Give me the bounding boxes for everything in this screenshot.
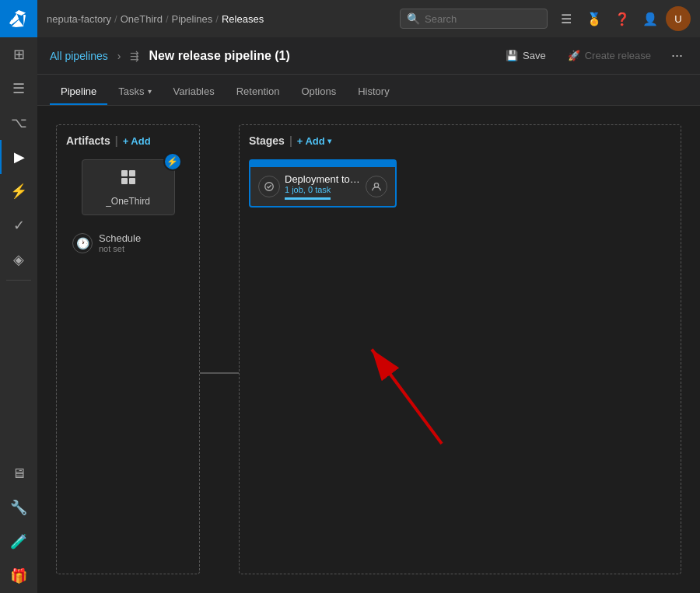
stages-add-icon: + xyxy=(297,135,303,147)
artifacts-add-icon: + xyxy=(123,135,129,147)
artifacts-add-label: Add xyxy=(131,135,150,147)
tab-variables[interactable]: Variables xyxy=(163,79,226,105)
breadcrumb: neputa-factory / OneThird / Pipelines / … xyxy=(47,13,264,25)
tab-history-label: History xyxy=(358,85,389,97)
breadcrumb-sep-1: / xyxy=(114,13,117,25)
tab-tasks[interactable]: Tasks ▾ xyxy=(107,79,162,105)
sidebar-item-deployments[interactable]: ⚡ xyxy=(0,174,37,208)
page-header: All pipelines › ⇶ New release pipeline (… xyxy=(37,37,700,75)
stage-post-condition-icon[interactable] xyxy=(366,176,387,197)
stages-header: Stages | + Add ▾ xyxy=(249,134,671,147)
connector-line xyxy=(200,372,239,374)
svg-rect-0 xyxy=(121,170,128,176)
save-label: Save xyxy=(523,50,546,61)
artifact-name: _OneThird xyxy=(106,196,150,207)
breadcrumb-arrow: › xyxy=(117,50,121,62)
stages-title: Stages xyxy=(249,134,285,147)
stage-card-body: Deployment to Go... 1 job, 0 task xyxy=(250,167,395,206)
svg-point-5 xyxy=(374,183,378,187)
stage-pre-condition-icon[interactable] xyxy=(258,176,280,197)
badge-icon[interactable]: 🏅 xyxy=(582,6,607,31)
sidebar-item-testplans[interactable]: ✓ xyxy=(0,208,37,242)
tab-history[interactable]: History xyxy=(347,79,400,105)
topbar: neputa-factory / OneThird / Pipelines / … xyxy=(37,0,700,37)
search-input[interactable] xyxy=(425,13,534,25)
stages-add-label: Add xyxy=(305,135,324,147)
pipeline-canvas: Artifacts | + Add ⚡ xyxy=(37,106,700,593)
tab-tasks-chevron: ▾ xyxy=(148,87,152,96)
pipeline-type-icon: ⇶ xyxy=(130,50,139,62)
tab-variables-label: Variables xyxy=(173,85,215,97)
tab-options[interactable]: Options xyxy=(290,79,347,105)
page-title: New release pipeline (1) xyxy=(149,49,289,63)
help-icon[interactable]: ❓ xyxy=(610,6,635,31)
artifacts-title: Artifacts xyxy=(66,134,110,147)
stages-add-chevron: ▾ xyxy=(327,137,331,145)
sidebar-logo[interactable] xyxy=(0,0,37,37)
schedule-label: Schedule xyxy=(99,232,141,244)
stage-card[interactable]: Deployment to Go... 1 job, 0 task xyxy=(249,159,397,208)
artifacts-section: Artifacts | + Add ⚡ xyxy=(56,124,200,574)
tab-retention-label: Retention xyxy=(236,85,280,97)
tab-pipeline[interactable]: Pipeline xyxy=(50,79,107,105)
avatar[interactable]: U xyxy=(666,6,691,31)
schedule-card[interactable]: 🕐 Schedule not set xyxy=(66,228,175,258)
svg-rect-1 xyxy=(129,170,135,176)
tab-retention[interactable]: Retention xyxy=(226,79,291,105)
create-release-label: Create release xyxy=(585,50,651,61)
breadcrumb-pipelines[interactable]: Pipelines xyxy=(172,13,213,25)
schedule-icon: 🕐 xyxy=(72,233,93,253)
stage-card-header-bar xyxy=(250,161,395,167)
stage-meta: 1 job, 0 task xyxy=(285,185,361,194)
tab-pipeline-label: Pipeline xyxy=(61,85,96,97)
breadcrumb-neputa-factory[interactable]: neputa-factory xyxy=(47,13,111,25)
more-options-button[interactable]: ··· xyxy=(667,44,688,67)
artifacts-add-button[interactable]: + Add xyxy=(123,135,151,147)
stages-section: Stages | + Add ▾ xyxy=(239,124,681,574)
notifications-icon[interactable]: ☰ xyxy=(554,6,579,31)
svg-rect-3 xyxy=(129,178,135,184)
search-icon: 🔍 xyxy=(407,12,420,25)
schedule-sub-label: not set xyxy=(99,244,141,253)
stage-name: Deployment to Go... xyxy=(285,173,361,185)
tab-tasks-label: Tasks xyxy=(118,85,144,97)
breadcrumb-releases: Releases xyxy=(222,13,264,25)
sidebar: ⊞ ☰ ⌥ ▶ ⚡ ✓ ◈ 🖥 🔧 🧪 🎁 xyxy=(0,0,37,593)
sidebar-item-flask[interactable]: 🧪 xyxy=(0,525,37,559)
create-release-icon: 🚀 xyxy=(568,50,580,61)
save-button[interactable]: 💾 Save xyxy=(499,47,552,65)
sidebar-item-repos[interactable]: ⌥ xyxy=(0,106,37,140)
sidebar-item-boards[interactable]: ☰ xyxy=(0,72,37,106)
sidebar-item-extensions[interactable]: 🎁 xyxy=(0,559,37,593)
pipeline-connector xyxy=(200,124,239,574)
schedule-text: Schedule not set xyxy=(99,232,141,253)
tab-bar: Pipeline Tasks ▾ Variables Retention Opt… xyxy=(37,75,700,106)
topbar-icons: ☰ 🏅 ❓ 👤 U xyxy=(554,6,691,31)
breadcrumb-onethird[interactable]: OneThird xyxy=(121,13,163,25)
save-icon: 💾 xyxy=(506,50,518,61)
azure-devops-icon xyxy=(9,9,28,28)
account-icon[interactable]: 👤 xyxy=(638,6,663,31)
stage-progress-bar xyxy=(285,197,331,200)
breadcrumb-sep-2: / xyxy=(166,13,169,25)
sidebar-item-tools[interactable]: 🔧 xyxy=(0,490,37,525)
breadcrumb-sep-3: / xyxy=(215,13,219,25)
search-box[interactable]: 🔍 xyxy=(400,9,548,29)
artifacts-header: Artifacts | + Add xyxy=(66,134,190,147)
sidebar-item-pipelines[interactable]: ▶ xyxy=(0,140,37,174)
sidebar-item-monitor[interactable]: 🖥 xyxy=(0,456,37,490)
artifact-icon xyxy=(119,168,138,191)
stages-add-button[interactable]: + Add ▾ xyxy=(297,135,331,147)
main-content: neputa-factory / OneThird / Pipelines / … xyxy=(37,0,700,593)
sidebar-item-overview[interactable]: ⊞ xyxy=(0,37,37,72)
all-pipelines-link[interactable]: All pipelines xyxy=(50,50,108,62)
tab-options-label: Options xyxy=(301,85,336,97)
sidebar-item-artifacts[interactable]: ◈ xyxy=(0,242,37,277)
artifact-card[interactable]: ⚡ _OneThird xyxy=(82,159,175,215)
sidebar-divider xyxy=(6,280,31,281)
stage-info: Deployment to Go... 1 job, 0 task xyxy=(285,173,361,200)
svg-rect-2 xyxy=(121,178,128,184)
lightning-badge: ⚡ xyxy=(163,152,182,171)
create-release-button[interactable]: 🚀 Create release xyxy=(562,47,657,65)
